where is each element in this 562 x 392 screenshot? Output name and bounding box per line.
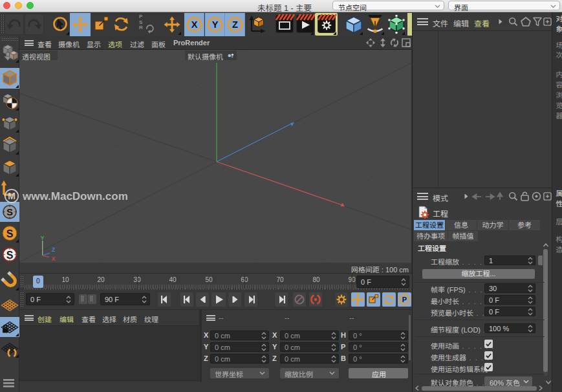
svg-text:S: S [6,206,13,217]
svg-text:Z: Z [232,19,238,30]
svg-text:Z: Z [52,246,55,253]
svg-text:Y: Y [41,235,45,241]
svg-text:M: M [8,191,16,201]
svg-text:X: X [52,256,56,262]
svg-text:Y: Y [211,19,218,30]
svg-text:P: P [402,296,407,303]
svg-text:X: X [191,19,198,30]
svg-text:S: S [6,228,14,239]
svg-text:S: S [6,250,14,261]
